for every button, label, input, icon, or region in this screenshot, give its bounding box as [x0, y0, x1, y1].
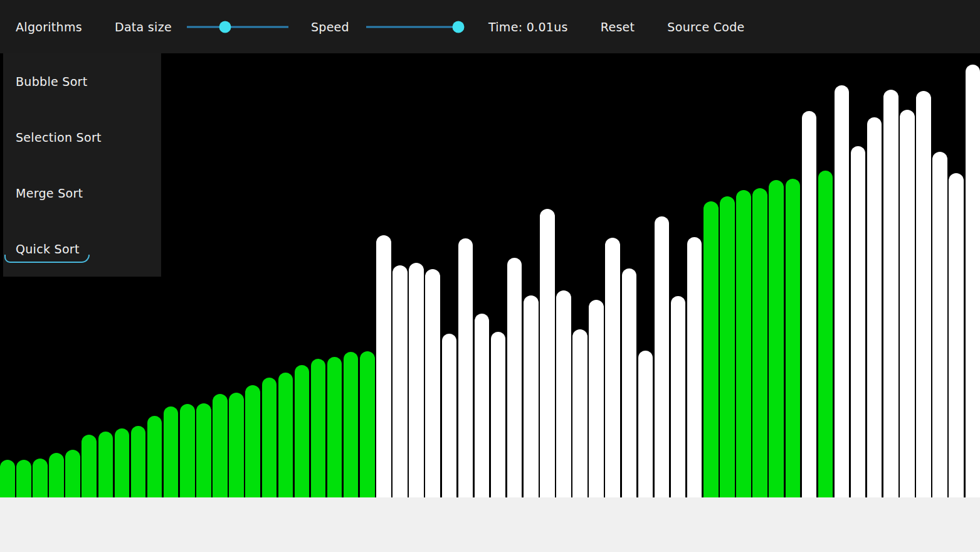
bar	[311, 359, 326, 497]
bar	[867, 117, 882, 497]
bar	[818, 171, 833, 497]
bar	[851, 146, 866, 497]
bar	[115, 428, 130, 497]
data-size-slider[interactable]	[187, 20, 288, 34]
bar	[605, 238, 620, 497]
menu-item-merge-sort[interactable]: Merge Sort	[3, 165, 161, 221]
bar	[769, 180, 784, 497]
footer-strip	[0, 497, 980, 552]
bar	[442, 334, 457, 497]
bar	[393, 265, 408, 497]
speed-label: Speed	[311, 20, 349, 34]
bar	[376, 235, 391, 497]
bar	[524, 295, 539, 497]
bar	[213, 394, 228, 497]
bar	[671, 296, 686, 497]
algorithms-menu-button[interactable]: Algorithms	[16, 20, 82, 34]
bar	[344, 352, 359, 497]
bar	[932, 152, 947, 497]
active-item-underline	[4, 255, 90, 263]
data-size-slider-track	[187, 26, 288, 28]
bar	[33, 459, 48, 497]
bar	[655, 216, 670, 497]
bar	[916, 91, 931, 497]
bar	[278, 373, 293, 497]
bar	[147, 416, 162, 497]
bar	[180, 404, 195, 497]
menu-item-label: Merge Sort	[16, 186, 83, 200]
menu-item-quick-sort[interactable]: Quick Sort	[3, 221, 161, 277]
bar	[262, 378, 277, 497]
algorithms-dropdown: Bubble Sort Selection Sort Merge Sort Qu…	[3, 53, 161, 277]
bar	[196, 403, 211, 497]
bar	[295, 365, 310, 497]
bar	[687, 237, 702, 497]
data-size-slider-thumb[interactable]	[219, 21, 231, 33]
bar	[164, 406, 179, 497]
bar	[425, 269, 440, 497]
data-size-label: Data size	[115, 20, 172, 34]
speed-slider-thumb[interactable]	[453, 21, 465, 33]
bar	[229, 393, 244, 497]
bar	[475, 314, 490, 497]
bar	[0, 460, 15, 497]
menu-item-label: Bubble Sort	[16, 75, 87, 88]
bar	[98, 432, 113, 497]
bar	[65, 450, 80, 497]
bar	[883, 90, 898, 497]
bar	[507, 258, 522, 497]
bar	[49, 453, 64, 497]
bar	[736, 190, 751, 497]
bar	[131, 426, 146, 497]
bar	[360, 351, 375, 497]
bar	[802, 111, 817, 497]
bar	[703, 201, 719, 497]
bar	[16, 460, 31, 497]
bar	[245, 385, 260, 497]
bar	[458, 238, 473, 497]
bar	[720, 196, 735, 497]
source-code-link[interactable]: Source Code	[667, 20, 744, 34]
bar	[491, 332, 506, 497]
bar	[327, 357, 342, 497]
navbar: Algorithms Data size Speed Time: 0.01us …	[0, 0, 980, 53]
bar	[900, 110, 915, 497]
bar	[752, 188, 767, 497]
bar	[786, 179, 801, 497]
menu-item-bubble-sort[interactable]: Bubble Sort	[3, 53, 161, 109]
bar	[82, 435, 97, 497]
bar	[572, 329, 587, 497]
bar	[409, 263, 424, 497]
time-readout: Time: 0.01us	[488, 20, 568, 34]
menu-item-selection-sort[interactable]: Selection Sort	[3, 109, 161, 165]
bar	[835, 85, 850, 497]
bar	[540, 209, 555, 497]
reset-button[interactable]: Reset	[601, 20, 635, 34]
bar	[589, 300, 604, 497]
speed-slider-track	[366, 26, 461, 28]
menu-item-label: Selection Sort	[16, 130, 102, 144]
bar	[966, 65, 980, 497]
speed-slider[interactable]	[366, 20, 461, 34]
bar	[622, 268, 637, 497]
menu-item-label: Quick Sort	[16, 242, 80, 256]
bar	[638, 351, 653, 497]
bar	[949, 173, 964, 497]
bar	[556, 290, 571, 497]
